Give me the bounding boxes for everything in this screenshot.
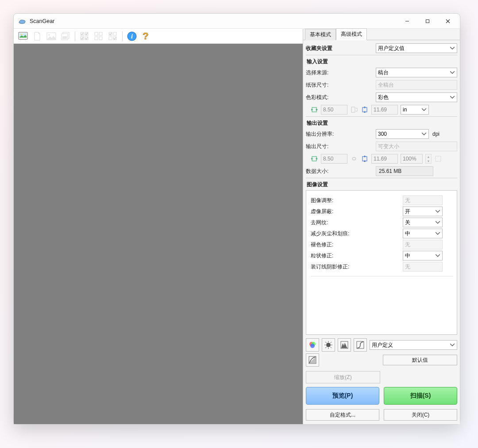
unsharp-mask-select[interactable]: 开 [403, 207, 443, 216]
preview-button[interactable]: 预览(P) [306, 387, 379, 405]
tab-advanced-mode[interactable]: 高级模式 [336, 28, 367, 40]
grain-label: 粒状修正: [311, 252, 399, 260]
svg-rect-22 [109, 37, 112, 40]
svg-line-41 [325, 342, 327, 343]
paper-size-label: 纸张尺寸: [306, 81, 372, 89]
svg-line-44 [331, 342, 332, 343]
minimize-button[interactable] [397, 15, 417, 28]
svg-rect-18 [95, 37, 98, 40]
width-icon [310, 155, 318, 163]
data-size-value: 25.61 MB [376, 166, 433, 176]
toolbar: i ? [14, 29, 303, 44]
tone-curve-icon[interactable] [354, 338, 367, 352]
scan-button[interactable]: 扫描(S) [384, 387, 457, 405]
svg-rect-11 [62, 36, 67, 39]
scale-stepper[interactable]: ▲▼ [425, 154, 432, 164]
svg-line-42 [331, 347, 332, 348]
toolbar-separator [75, 31, 75, 41]
resolution-label: 输出分辨率: [306, 130, 372, 138]
image-adjust-select[interactable]: 无 [403, 195, 443, 205]
grid-icon[interactable] [92, 30, 105, 42]
dust-scratch-select[interactable]: 中 [403, 229, 443, 238]
custom-format-button[interactable]: 自定格式... [306, 409, 379, 421]
histogram-icon[interactable] [338, 338, 351, 352]
output-height-field[interactable] [371, 154, 398, 164]
help-icon[interactable]: ? [139, 30, 153, 42]
svg-rect-16 [95, 32, 98, 35]
width-icon [310, 106, 318, 114]
grain-select[interactable]: 中 [403, 251, 443, 260]
svg-point-35 [310, 344, 315, 348]
resolution-unit: dpi [432, 131, 439, 137]
resolution-select[interactable]: 300 [376, 129, 429, 139]
output-settings-header: 输出设置 [306, 118, 457, 128]
svg-rect-32 [436, 156, 441, 161]
tab-basic-mode[interactable]: 基本模式 [305, 29, 336, 40]
source-select[interactable]: 稿台 [376, 68, 457, 77]
orientation-icon[interactable] [350, 106, 358, 114]
input-height-field[interactable] [371, 105, 398, 115]
color-mode-select[interactable]: 彩色 [376, 92, 457, 102]
right-pane: 基本模式 高级模式 收藏夹设置 用户定义值 输入设置 选择来源: 稿台 纸张尺寸… [303, 29, 460, 424]
svg-point-6 [21, 34, 22, 35]
fading-label: 褪色修正: [311, 241, 399, 249]
divider [306, 55, 457, 55]
output-size-select[interactable]: 可变大小 [376, 142, 457, 151]
window-title: ScanGear [30, 18, 54, 24]
svg-point-36 [326, 343, 331, 347]
app-icon [18, 18, 26, 24]
saturation-balance-icon[interactable] [306, 338, 319, 352]
color-adjust-toolbar: 用户定义 [306, 338, 457, 352]
favorites-label: 收藏夹设置 [306, 45, 372, 52]
page-blank-icon[interactable] [31, 30, 44, 42]
window-controls [397, 15, 458, 28]
svg-rect-21 [113, 32, 116, 35]
final-review-icon[interactable] [306, 353, 319, 367]
lock-aspect-icon[interactable] [350, 155, 358, 163]
grid-check-icon[interactable] [106, 30, 120, 42]
gutter-shadow-label: 装订线阴影修正: [311, 263, 399, 271]
zoom-button[interactable]: 缩放(Z) [306, 371, 380, 383]
color-adjust-preset[interactable]: 用户定义 [370, 340, 457, 350]
unsharp-mask-label: 虚像屏蔽: [311, 208, 399, 215]
maximize-button[interactable] [417, 15, 438, 28]
close-dialog-button[interactable]: 关闭(C) [384, 409, 457, 421]
divider [306, 178, 457, 178]
height-icon [361, 106, 369, 114]
mode-tabs: 基本模式 高级模式 [303, 29, 460, 40]
output-width-field[interactable] [321, 154, 347, 164]
svg-rect-19 [99, 37, 102, 40]
input-width-field[interactable] [321, 105, 347, 115]
image-icon[interactable] [45, 30, 58, 42]
left-pane: i ? [14, 29, 303, 424]
descreen-select[interactable]: 关 [403, 218, 443, 227]
info-icon[interactable]: i [125, 30, 139, 42]
brightness-contrast-icon[interactable] [322, 338, 335, 352]
gutter-shadow-select[interactable]: 无 [403, 262, 443, 272]
expand-icon[interactable] [434, 155, 442, 163]
favorites-select[interactable]: 用户定义值 [376, 43, 457, 53]
input-settings-header: 输入设置 [306, 56, 457, 66]
multi-page-icon[interactable] [59, 30, 72, 42]
svg-rect-17 [99, 32, 102, 35]
unit-select[interactable]: in [401, 105, 429, 115]
image-settings-header: 图像设置 [306, 179, 457, 189]
thumbnail-image-icon[interactable] [16, 30, 30, 42]
checkboxes-icon[interactable] [78, 30, 91, 42]
svg-point-8 [48, 34, 50, 36]
toolbar-separator [122, 31, 123, 41]
scangear-window: ScanGear [13, 13, 460, 425]
titlebar: ScanGear [14, 14, 460, 29]
defaults-button[interactable]: 默认值 [383, 355, 457, 365]
color-mode-label: 色彩模式: [306, 94, 372, 101]
preview-area[interactable] [14, 44, 303, 424]
close-button[interactable] [438, 15, 458, 28]
paper-size-select[interactable]: 全稿台 [376, 80, 457, 90]
svg-rect-1 [426, 19, 429, 23]
output-scale-field[interactable] [401, 154, 423, 164]
height-icon [361, 155, 369, 163]
svg-line-43 [325, 347, 327, 348]
descreen-label: 去网纹: [311, 219, 399, 226]
image-settings-list[interactable]: 图像调整:无 虚像屏蔽:开 去网纹:关 减少灰尘和划痕:中 褪色修正:无 粒状修… [306, 190, 457, 335]
fading-select[interactable]: 无 [403, 240, 443, 249]
